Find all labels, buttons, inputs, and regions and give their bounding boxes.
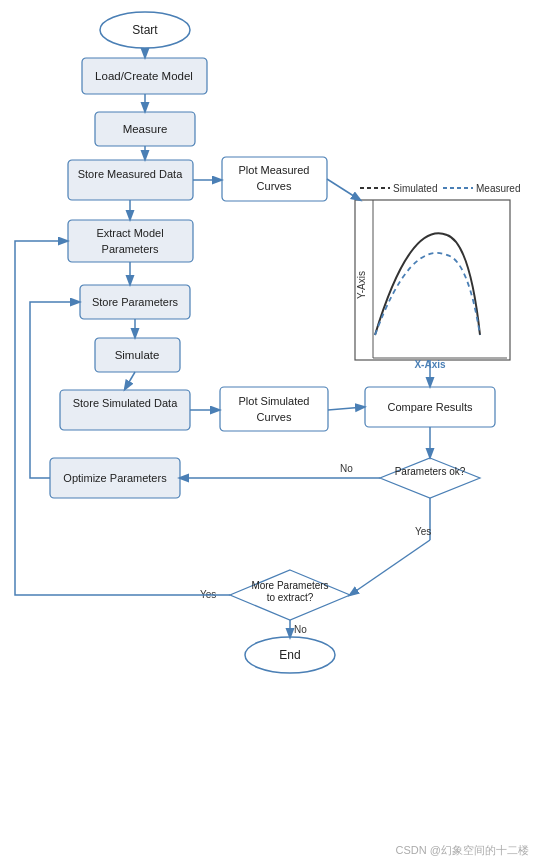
legend-measured: Measured	[476, 183, 520, 194]
y-axis-label: Y-Axis	[356, 271, 367, 299]
compare-label: Compare Results	[388, 401, 473, 413]
optimize-label: Optimize Parameters	[63, 472, 167, 484]
end-label: End	[279, 648, 300, 662]
plot-simulated-label2: Curves	[257, 411, 292, 423]
simulate-label: Simulate	[115, 349, 160, 361]
measure-label: Measure	[123, 123, 168, 135]
svg-rect-9	[60, 390, 190, 430]
plot-measured-label2: Curves	[257, 180, 292, 192]
no-label1: No	[340, 463, 353, 474]
plot-measured-label1: Plot Measured	[239, 164, 310, 176]
svg-rect-10	[220, 387, 328, 431]
svg-rect-11	[355, 200, 510, 360]
store-simulated-label1: Store Simulated Data	[73, 397, 178, 409]
store-measured-label: Store Measured Data	[78, 168, 183, 180]
more-params-label2: to extract?	[267, 592, 314, 603]
legend-simulated: Simulated	[393, 183, 437, 194]
svg-rect-0	[0, 0, 537, 866]
svg-rect-4	[68, 160, 193, 200]
plot-simulated-label1: Plot Simulated	[239, 395, 310, 407]
watermark: CSDN @幻象空间的十二楼	[396, 843, 529, 858]
extract-label1: Extract Model	[96, 227, 163, 239]
more-params-label1: More Parameters	[251, 580, 328, 591]
yes-label1: Yes	[415, 526, 431, 537]
no-label2: No	[294, 624, 307, 635]
load-create-label: Load/Create Model	[95, 70, 193, 82]
extract-label2: Parameters	[102, 243, 159, 255]
store-params-label: Store Parameters	[92, 296, 179, 308]
params-ok-label1: Parameters ok?	[395, 466, 466, 477]
start-label: Start	[132, 23, 158, 37]
